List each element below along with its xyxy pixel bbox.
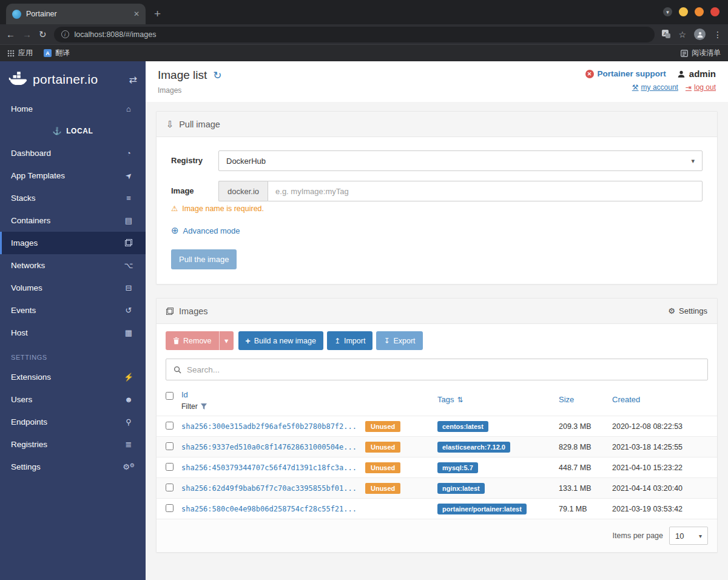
image-id-link[interactable]: sha256:9337ed510a0c8f147628631000504e... — [181, 443, 357, 451]
sidebar-item-label: Dashboard — [11, 149, 51, 158]
tab-close-icon[interactable]: ✕ — [133, 10, 140, 18]
search-input[interactable] — [187, 365, 700, 374]
site-info-icon[interactable]: i — [61, 30, 69, 38]
sidebar-item-label: Home — [11, 104, 33, 113]
row-checkbox[interactable] — [166, 463, 174, 471]
reload-icon[interactable]: ↻ — [39, 30, 47, 39]
window-menu-button[interactable]: ▾ — [663, 7, 672, 16]
sidebar-item-settings[interactable]: Settings ⚙⚙ — [0, 456, 146, 478]
remove-dropdown-caret[interactable]: ▾ — [219, 331, 234, 350]
column-created[interactable]: Created — [612, 395, 640, 404]
import-button[interactable]: ↥ Import — [327, 331, 373, 350]
export-button[interactable]: ↧ Export — [376, 331, 422, 350]
bookmark-star-icon[interactable]: ☆ — [678, 30, 686, 39]
items-per-page-value: 10 — [675, 531, 684, 541]
row-checkbox[interactable] — [166, 484, 174, 491]
back-icon[interactable]: ← — [6, 30, 15, 39]
new-tab-button[interactable]: + — [154, 8, 161, 19]
column-tags[interactable]: Tags — [437, 395, 454, 404]
sidebar-item-home[interactable]: Home ⌂ — [0, 98, 146, 120]
address-bar[interactable]: i localhost:8088/#/images — [54, 27, 655, 42]
page-title: Image list — [158, 69, 207, 82]
image-id-link[interactable]: sha256:300e315adb2f96afe5f0b2780b87f2... — [181, 422, 357, 431]
remove-button-group: Remove ▾ — [166, 331, 234, 350]
sidebar-item-extensions[interactable]: Extensions ⚡ — [0, 366, 146, 388]
row-checkbox[interactable] — [166, 504, 174, 512]
sidebar-item-networks[interactable]: Networks ⌥ — [0, 254, 146, 277]
select-all-checkbox[interactable] — [166, 392, 174, 400]
tag-badge: elasticsearch:7.12.0 — [437, 442, 510, 453]
warning-text: Image name is required. — [182, 204, 264, 213]
user-menu[interactable]: admin — [677, 69, 716, 79]
table-settings-button[interactable]: ⚙ Settings — [668, 306, 707, 315]
bookmark-apps[interactable]: 应用 — [7, 48, 33, 58]
window-close-button[interactable] — [710, 7, 720, 16]
users-icon: ☻ — [123, 395, 135, 404]
bookmarks-bar: 应用 A 翻译 阅读清单 — [0, 44, 728, 61]
gears-icon: ⚙⚙ — [123, 462, 135, 471]
created-cell: 2021-04-10 15:23:22 — [612, 464, 708, 472]
sidebar-collapse-icon[interactable]: ⇄ — [129, 74, 137, 86]
window-minimize-button[interactable] — [679, 7, 688, 16]
sidebar-item-registries[interactable]: Registries ≣ — [0, 433, 146, 456]
tab-title: Portainer — [26, 10, 57, 18]
sidebar-item-label: Registries — [11, 440, 47, 449]
sidebar-item-users[interactable]: Users ☻ — [0, 388, 146, 411]
sidebar-logo[interactable]: portainer.io ⇄ — [0, 61, 146, 98]
sidebar-item-host[interactable]: Host ▦ — [0, 322, 146, 344]
sidebar-item-volumes[interactable]: Volumes ⊟ — [0, 277, 146, 299]
sidebar-item-label: Users — [11, 395, 32, 404]
registries-icon: ≣ — [123, 440, 135, 449]
support-label: Portainer support — [598, 69, 666, 78]
browser-toolbar: ← → ↻ i localhost:8088/#/images A ☆ ⋮ — [0, 24, 728, 44]
translate-icon[interactable]: A — [662, 30, 670, 39]
log-out-link[interactable]: ⇥ log out — [686, 83, 716, 92]
warning-icon: ⚠ — [171, 204, 178, 213]
browser-menu-icon[interactable]: ⋮ — [713, 30, 722, 39]
build-image-button[interactable]: + Build a new image — [238, 331, 323, 350]
refresh-icon[interactable]: ↻ — [213, 69, 221, 82]
images-panel: Images ⚙ Settings Remove ▾ — [156, 298, 718, 553]
items-per-page-select[interactable]: 10 ▾ — [669, 527, 708, 545]
advanced-mode-link[interactable]: ⊕ Advanced mode — [171, 225, 703, 236]
row-checkbox[interactable] — [166, 422, 174, 430]
column-size[interactable]: Size — [559, 395, 574, 404]
sidebar-item-dashboard[interactable]: Dashboard ◔ — [0, 142, 146, 164]
image-name-input[interactable] — [268, 181, 703, 201]
forward-icon[interactable]: → — [22, 30, 32, 39]
sidebar-item-stacks[interactable]: Stacks ≡ — [0, 187, 146, 209]
filter-control[interactable]: Filter — [181, 402, 437, 411]
upload-icon: ↥ — [334, 337, 340, 345]
row-checkbox[interactable] — [166, 442, 174, 450]
download-icon: ↧ — [383, 337, 389, 345]
sidebar-item-label: Volumes — [11, 283, 42, 292]
tag-badge: nginx:latest — [437, 483, 485, 494]
apps-grid-icon — [7, 50, 15, 57]
portainer-support-link[interactable]: ✕ Portainer support — [585, 69, 666, 78]
bookmark-translate[interactable]: A 翻译 — [44, 48, 70, 58]
image-id-link[interactable]: sha256:450379344707c56f47d1391c18fc3a... — [181, 464, 357, 472]
search-box[interactable] — [166, 359, 708, 380]
image-id-link[interactable]: sha256:580c0e4e98b06d258754cf28c55f21... — [181, 505, 357, 513]
sort-icon: ⇅ — [457, 396, 463, 404]
my-account-link[interactable]: ⚒ my account — [632, 83, 678, 92]
pull-image-button[interactable]: Pull the image — [171, 249, 237, 269]
sidebar-item-containers[interactable]: Containers ▤ — [0, 209, 146, 232]
registry-select[interactable]: DockerHub ▾ — [218, 150, 703, 171]
local-header-label: LOCAL — [66, 127, 93, 135]
sidebar-item-events[interactable]: Events ↺ — [0, 299, 146, 322]
sidebar-item-app-templates[interactable]: App Templates ➤ — [0, 164, 146, 187]
remove-button-label: Remove — [183, 337, 212, 345]
reading-list-button[interactable]: 阅读清单 — [681, 48, 721, 58]
extensions-icon: ⚡ — [123, 373, 135, 382]
sidebar-item-images[interactable]: Images — [0, 232, 146, 254]
browser-tab[interactable]: Portainer ✕ — [6, 4, 146, 24]
table-row: sha256:62d49f9bab67f7c70ac3395855bf01...… — [157, 477, 717, 498]
profile-avatar[interactable] — [694, 29, 706, 40]
rocket-icon: ➤ — [123, 171, 135, 180]
image-id-link[interactable]: sha256:62d49f9bab67f7c70ac3395855bf01... — [181, 484, 357, 493]
window-maximize-button[interactable] — [695, 7, 704, 16]
sidebar-item-endpoints[interactable]: Endpoints ⚲ — [0, 411, 146, 433]
column-id[interactable]: Id — [181, 390, 437, 399]
remove-button[interactable]: Remove — [166, 331, 219, 350]
